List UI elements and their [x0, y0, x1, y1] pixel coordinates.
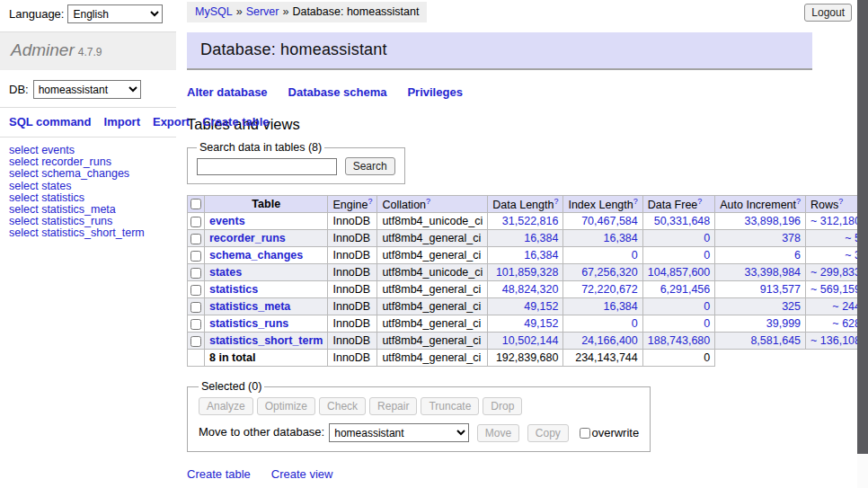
- auto-increment-cell: 378: [715, 230, 806, 247]
- drop-button[interactable]: Drop: [483, 397, 522, 415]
- action-link-alter-database[interactable]: Alter database: [187, 85, 268, 99]
- create-link-create-table[interactable]: Create table: [187, 467, 251, 481]
- language-select[interactable]: English: [67, 4, 163, 23]
- action-link-database-schema[interactable]: Database schema: [288, 85, 387, 99]
- auto-increment-link[interactable]: 6: [794, 249, 801, 262]
- sidebar-link-export[interactable]: Export: [153, 115, 190, 129]
- action-link-privileges[interactable]: Privileges: [407, 85, 462, 99]
- table-link-statistics-short-term[interactable]: statistics_short_term: [209, 334, 323, 347]
- auto-increment-link[interactable]: 8,581,645: [750, 334, 801, 347]
- sidebar-link-create-table[interactable]: Create table: [202, 115, 269, 129]
- row-checkbox-cell: [188, 315, 205, 333]
- db-select[interactable]: homeassistant: [33, 80, 141, 99]
- auto-increment-link[interactable]: 33,398,984: [744, 266, 801, 279]
- search-button[interactable]: Search: [345, 157, 395, 175]
- help-link[interactable]: ?: [796, 197, 801, 206]
- help-link[interactable]: ?: [554, 197, 558, 206]
- index-length-link[interactable]: 72,220,672: [581, 283, 638, 296]
- rows-link[interactable]: ~ 299,833: [810, 266, 861, 279]
- data-length-link[interactable]: 16,384: [524, 232, 558, 244]
- truncate-button[interactable]: Truncate: [421, 397, 479, 415]
- move-database-select[interactable]: homeassistant: [329, 423, 469, 442]
- row-checkbox[interactable]: [190, 268, 201, 279]
- row-checkbox[interactable]: [190, 217, 201, 227]
- logout-button[interactable]: Logout: [804, 4, 852, 22]
- index-length-link[interactable]: 16,384: [604, 232, 638, 244]
- table-link-statistics[interactable]: statistics: [209, 283, 258, 296]
- table-link-recorder-runs[interactable]: recorder_runs: [209, 232, 286, 244]
- tables-heading: Tables and views: [187, 116, 812, 133]
- repair-button[interactable]: Repair: [369, 397, 417, 415]
- auto-increment-link[interactable]: 378: [782, 232, 801, 244]
- help-link[interactable]: ?: [697, 197, 702, 206]
- data-free-link[interactable]: 50,331,648: [654, 215, 711, 227]
- check-button[interactable]: Check: [319, 397, 366, 415]
- breadcrumb-link-server[interactable]: Server: [246, 5, 279, 18]
- column-header-label: Auto Increment: [720, 199, 796, 211]
- select-all-checkbox[interactable]: [190, 199, 201, 209]
- sidebar-select-schema-changes[interactable]: select schema_changes: [9, 168, 167, 180]
- auto-increment-link[interactable]: 325: [782, 300, 801, 313]
- scrollbar-thumb[interactable]: [857, 0, 868, 454]
- move-button[interactable]: Move: [477, 424, 519, 442]
- row-checkbox[interactable]: [190, 234, 201, 244]
- copy-button[interactable]: Copy: [527, 424, 569, 442]
- index-length-link[interactable]: 16,384: [604, 300, 638, 313]
- data-free-link[interactable]: 6,291,456: [660, 283, 711, 296]
- auto-increment-link[interactable]: 33,898,196: [744, 215, 801, 227]
- optimize-button[interactable]: Optimize: [257, 397, 315, 415]
- overwrite-checkbox[interactable]: [580, 428, 590, 439]
- index-length-link[interactable]: 70,467,584: [581, 215, 638, 227]
- table-row-events: eventsInnoDButf8mb4_unicode_ci31,522,816…: [188, 213, 868, 230]
- data-length-cell: 49,152: [488, 298, 563, 315]
- table-link-events[interactable]: events: [209, 215, 245, 227]
- index-length-link[interactable]: 24,166,400: [581, 334, 638, 347]
- table-link-statistics-meta[interactable]: statistics_meta: [209, 300, 290, 313]
- row-checkbox[interactable]: [190, 302, 201, 313]
- rows-link[interactable]: ~ 312,180: [810, 215, 861, 227]
- search-input[interactable]: [197, 158, 337, 175]
- sidebar-link-import[interactable]: Import: [104, 115, 140, 129]
- scrollbar-track[interactable]: [857, 0, 868, 488]
- analyze-button[interactable]: Analyze: [199, 397, 253, 415]
- data-length-link[interactable]: 48,824,320: [502, 283, 559, 296]
- auto-increment-link[interactable]: 39,999: [766, 317, 801, 330]
- data-free-link[interactable]: 188,743,680: [648, 334, 711, 347]
- create-link-create-view[interactable]: Create view: [271, 467, 333, 481]
- data-free-link[interactable]: 0: [704, 249, 710, 262]
- row-checkbox[interactable]: [190, 336, 201, 347]
- data-length-link[interactable]: 31,522,816: [502, 215, 559, 227]
- breadcrumb-link-mysql[interactable]: MySQL: [195, 5, 233, 18]
- sidebar-select-statistics-short-term[interactable]: select statistics_short_term: [9, 227, 167, 239]
- help-link[interactable]: ?: [368, 197, 372, 206]
- data-free-link[interactable]: 104,857,600: [648, 266, 711, 279]
- data-free-link[interactable]: 0: [704, 300, 710, 313]
- index-length-link[interactable]: 0: [632, 317, 638, 330]
- data-length-link[interactable]: 101,859,328: [496, 266, 559, 279]
- help-link[interactable]: ?: [633, 197, 638, 206]
- data-length-link[interactable]: 49,152: [524, 300, 558, 313]
- index-length-link[interactable]: 0: [632, 249, 638, 262]
- sidebar-link-sql-command[interactable]: SQL command: [9, 115, 92, 129]
- auto-increment-link[interactable]: 913,577: [760, 283, 801, 296]
- data-free-link[interactable]: 0: [704, 232, 710, 244]
- rows-link[interactable]: ~ 569,159: [810, 283, 861, 296]
- index-length-link[interactable]: 67,256,320: [581, 266, 638, 279]
- data-length-link[interactable]: 10,502,144: [502, 334, 559, 347]
- table-link-states[interactable]: states: [209, 266, 242, 279]
- row-checkbox[interactable]: [190, 251, 201, 262]
- row-checkbox[interactable]: [190, 285, 201, 296]
- table-link-schema-changes[interactable]: schema_changes: [209, 249, 303, 262]
- rows-link[interactable]: ~ 136,108: [810, 334, 861, 347]
- table-link-statistics-runs[interactable]: statistics_runs: [209, 317, 288, 330]
- data-free-link[interactable]: 0: [704, 317, 710, 330]
- data-length-link[interactable]: 49,152: [524, 317, 558, 330]
- data-free-cell: 50,331,648: [642, 213, 715, 230]
- sidebar-select-states[interactable]: select states: [9, 181, 167, 192]
- data-length-link[interactable]: 16,384: [524, 249, 558, 262]
- help-link[interactable]: ?: [426, 197, 430, 206]
- row-checkbox[interactable]: [190, 319, 201, 330]
- help-link[interactable]: ?: [838, 197, 843, 206]
- breadcrumb-separator: »: [282, 5, 288, 18]
- language-row: Language:English: [0, 0, 176, 27]
